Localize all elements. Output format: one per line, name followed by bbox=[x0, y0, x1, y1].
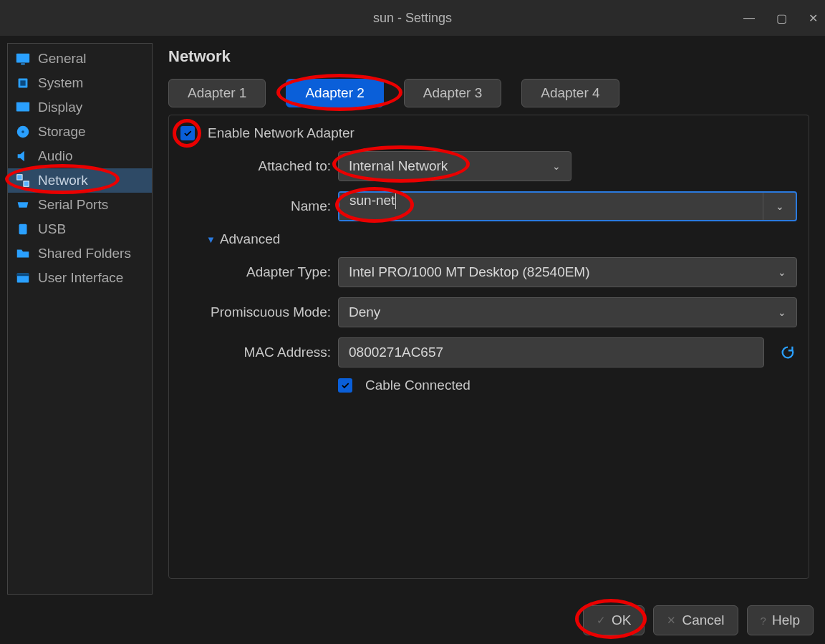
folder-icon bbox=[15, 246, 31, 261]
sidebar-item-label: Shared Folders bbox=[38, 246, 131, 261]
svg-rect-7 bbox=[17, 175, 22, 180]
svg-rect-9 bbox=[19, 224, 27, 235]
sidebar-item-label: Audio bbox=[38, 148, 73, 164]
close-icon[interactable]: ✕ bbox=[809, 11, 818, 25]
sidebar-item-label: Storage bbox=[38, 124, 86, 140]
x-icon: ✕ bbox=[667, 614, 676, 627]
tab-adapter-3[interactable]: Adapter 3 bbox=[404, 79, 501, 107]
sidebar-item-label: System bbox=[38, 75, 83, 91]
refresh-mac-button[interactable] bbox=[778, 343, 797, 362]
page-title: Network bbox=[168, 47, 809, 66]
sidebar-item-label: Serial Ports bbox=[38, 197, 108, 213]
network-name-dropdown[interactable]: ⌄ bbox=[763, 193, 796, 220]
svg-point-6 bbox=[21, 130, 24, 133]
sidebar-item-label: User Interface bbox=[38, 270, 123, 286]
chevron-down-icon: ⌄ bbox=[776, 201, 784, 212]
promiscuous-mode-select[interactable]: Deny ⌄ bbox=[338, 297, 797, 327]
sidebar-item-label: General bbox=[38, 51, 87, 67]
display-icon bbox=[15, 100, 31, 115]
sidebar-item-label: Network bbox=[38, 173, 88, 188]
serial-icon bbox=[15, 197, 31, 213]
adapter-type-label: Adapter Type: bbox=[180, 264, 331, 280]
speaker-icon bbox=[15, 148, 31, 164]
sidebar-item-userinterface[interactable]: User Interface bbox=[8, 266, 152, 290]
chevron-down-icon: ⌄ bbox=[552, 160, 561, 172]
adapter-type-select[interactable]: Intel PRO/1000 MT Desktop (82540EM) ⌄ bbox=[338, 257, 797, 287]
cable-connected-label: Cable Connected bbox=[365, 378, 471, 393]
window-title: sun - Settings bbox=[373, 11, 452, 26]
disk-icon bbox=[15, 124, 31, 140]
attached-to-select[interactable]: Internal Network ⌄ bbox=[338, 151, 571, 181]
tab-adapter-1[interactable]: Adapter 1 bbox=[168, 79, 266, 107]
sidebar-item-serialports[interactable]: Serial Ports bbox=[8, 193, 152, 217]
sidebar-item-sharedfolders[interactable]: Shared Folders bbox=[8, 241, 152, 266]
adapter-frame: Enable Network Adapter Attached to: Inte… bbox=[168, 115, 809, 579]
tab-adapter-4[interactable]: Adapter 4 bbox=[521, 79, 619, 107]
sidebar-item-audio[interactable]: Audio bbox=[8, 144, 152, 168]
network-icon bbox=[15, 173, 31, 188]
sidebar-item-storage[interactable]: Storage bbox=[8, 120, 152, 144]
ok-button[interactable]: ✓ OK bbox=[583, 605, 645, 635]
mac-address-label: MAC Address: bbox=[180, 345, 331, 360]
sidebar-item-network[interactable]: Network bbox=[8, 168, 152, 193]
network-name-input[interactable]: sun-net bbox=[339, 193, 763, 220]
cancel-button[interactable]: ✕ Cancel bbox=[653, 605, 738, 635]
ui-icon bbox=[15, 270, 31, 286]
sidebar-item-usb[interactable]: USB bbox=[8, 217, 152, 241]
sidebar-item-label: USB bbox=[38, 221, 66, 237]
question-icon: ? bbox=[761, 615, 766, 627]
dialog-footer: ✓ OK ✕ Cancel ? Help bbox=[583, 605, 814, 635]
minimize-icon[interactable]: — bbox=[743, 11, 755, 24]
svg-rect-0 bbox=[16, 54, 29, 63]
sidebar-item-label: Display bbox=[38, 100, 82, 115]
network-name-combo[interactable]: sun-net ⌄ bbox=[338, 191, 797, 221]
svg-rect-3 bbox=[20, 80, 25, 85]
svg-rect-8 bbox=[24, 181, 29, 186]
enable-adapter-label: Enable Network Adapter bbox=[208, 125, 354, 141]
name-label: Name: bbox=[180, 198, 331, 214]
promiscuous-mode-label: Promiscuous Mode: bbox=[180, 304, 331, 320]
maximize-icon[interactable]: ▢ bbox=[776, 11, 787, 25]
svg-rect-11 bbox=[17, 274, 29, 277]
chip-icon bbox=[15, 75, 31, 91]
tab-adapter-2[interactable]: Adapter 2 bbox=[286, 79, 383, 107]
mac-address-input[interactable]: 0800271AC657 bbox=[338, 337, 764, 367]
chevron-down-icon: ⌄ bbox=[778, 307, 786, 318]
advanced-disclosure[interactable]: ▼ Advanced bbox=[206, 231, 797, 247]
monitor-icon bbox=[15, 51, 31, 67]
enable-adapter-checkbox[interactable] bbox=[180, 126, 195, 140]
titlebar: sun - Settings — ▢ ✕ bbox=[0, 0, 825, 36]
attached-to-label: Attached to: bbox=[180, 158, 331, 174]
adapter-tabs: Adapter 1 Adapter 2 Adapter 3 Adapter 4 bbox=[168, 79, 809, 107]
settings-sidebar: General System Display Storage Audio Net… bbox=[7, 43, 153, 595]
svg-rect-4 bbox=[16, 102, 29, 112]
chevron-down-icon: ⌄ bbox=[778, 266, 786, 278]
sidebar-item-system[interactable]: System bbox=[8, 71, 152, 95]
sidebar-item-display[interactable]: Display bbox=[8, 95, 152, 120]
usb-icon bbox=[15, 221, 31, 237]
cable-connected-checkbox[interactable] bbox=[338, 378, 352, 393]
svg-rect-1 bbox=[21, 63, 25, 64]
help-button[interactable]: ? Help bbox=[747, 605, 814, 635]
check-icon: ✓ bbox=[597, 614, 606, 627]
content-pane: Network Adapter 1 Adapter 2 Adapter 3 Ad… bbox=[153, 36, 825, 602]
sidebar-item-general[interactable]: General bbox=[8, 47, 152, 71]
triangle-down-icon: ▼ bbox=[206, 234, 216, 245]
